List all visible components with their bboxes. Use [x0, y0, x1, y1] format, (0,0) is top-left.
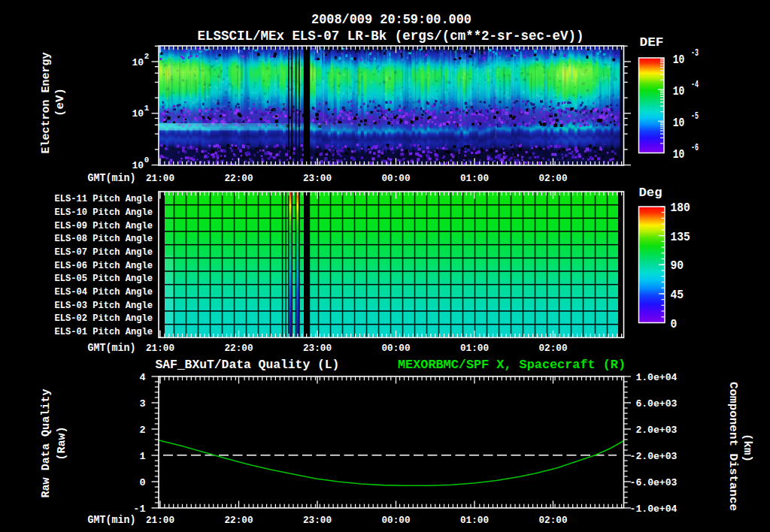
- svg-text:00:00: 00:00: [382, 343, 411, 354]
- svg-text:-1.0e+04: -1.0e+04: [630, 503, 678, 515]
- svg-text:ELS-04 Pitch Angle: ELS-04 Pitch Angle: [55, 286, 153, 298]
- svg-text:-6.0e+03: -6.0e+03: [630, 477, 678, 488]
- svg-text:0: 0: [139, 477, 145, 488]
- svg-text:02:00: 02:00: [539, 173, 568, 184]
- svg-text:ELS-10 Pitch Angle: ELS-10 Pitch Angle: [55, 207, 153, 218]
- svg-text:-4: -4: [691, 80, 699, 90]
- svg-text:ELS-05 Pitch Angle: ELS-05 Pitch Angle: [55, 273, 153, 284]
- svg-text:ELS-03 Pitch Angle: ELS-03 Pitch Angle: [55, 300, 153, 311]
- svg-text:23:00: 23:00: [303, 343, 332, 354]
- svg-text:ELS-01 Pitch Angle: ELS-01 Pitch Angle: [55, 326, 153, 337]
- svg-text:10: 10: [132, 57, 144, 68]
- svg-text:1: 1: [144, 104, 150, 113]
- svg-text:Component Distance: Component Distance: [726, 382, 739, 511]
- svg-text:-1: -1: [133, 503, 145, 515]
- svg-text:21:00: 21:00: [146, 343, 174, 354]
- svg-text:GMT(min): GMT(min): [88, 514, 136, 526]
- svg-text:22:00: 22:00: [225, 343, 253, 354]
- svg-text:ELS-06 Pitch Angle: ELS-06 Pitch Angle: [55, 260, 153, 271]
- svg-text:21:00: 21:00: [146, 515, 174, 526]
- svg-text:-3: -3: [691, 48, 699, 59]
- svg-text:2008/009 20:59:00.000: 2008/009 20:59:00.000: [311, 12, 471, 27]
- svg-text:Electron Energy: Electron Energy: [40, 53, 53, 154]
- svg-text:02:00: 02:00: [539, 515, 568, 526]
- svg-text:01:00: 01:00: [460, 343, 489, 354]
- svg-text:Raw Data Quality: Raw Data Quality: [40, 389, 53, 498]
- svg-text:ELS-09 Pitch Angle: ELS-09 Pitch Angle: [55, 220, 153, 231]
- svg-text:Deg: Deg: [639, 186, 662, 200]
- svg-text:01:00: 01:00: [460, 173, 489, 184]
- svg-text:2.0e+03: 2.0e+03: [635, 425, 677, 436]
- svg-text:0: 0: [144, 156, 150, 165]
- svg-text:ELS-11 Pitch Angle: ELS-11 Pitch Angle: [55, 193, 153, 204]
- svg-text:22:00: 22:00: [225, 173, 253, 184]
- svg-text:ELS-07 Pitch Angle: ELS-07 Pitch Angle: [55, 246, 153, 258]
- svg-text:(eV): (eV): [54, 88, 67, 116]
- svg-text:MEXORBMC/SPF X, Spacecraft (R): MEXORBMC/SPF X, Spacecraft (R): [398, 358, 626, 372]
- svg-text:ELSSCIL/MEx ELS-07 LR-Bk (erg: ELSSCIL/MEx ELS-07 LR-Bk (ergs/(cm**2-sr…: [198, 29, 584, 44]
- svg-text:10: 10: [673, 116, 685, 130]
- svg-text:135: 135: [671, 231, 690, 244]
- svg-text:-5: -5: [691, 111, 699, 122]
- svg-text:0: 0: [671, 318, 678, 331]
- svg-text:DEF: DEF: [640, 36, 664, 50]
- svg-text:01:00: 01:00: [460, 515, 489, 526]
- svg-text:1.0e+04: 1.0e+04: [635, 372, 677, 383]
- svg-text:(Raw): (Raw): [56, 427, 68, 461]
- svg-text:4: 4: [139, 372, 145, 383]
- svg-text:ELS-02 Pitch Angle: ELS-02 Pitch Angle: [55, 313, 153, 324]
- svg-text:GMT(min): GMT(min): [88, 172, 136, 184]
- svg-text:(km): (km): [741, 434, 753, 462]
- svg-text:ELS-08 Pitch Angle: ELS-08 Pitch Angle: [55, 233, 153, 244]
- svg-text:10: 10: [673, 148, 685, 162]
- svg-text:21:00: 21:00: [146, 173, 174, 184]
- svg-text:3: 3: [139, 398, 145, 410]
- svg-text:1: 1: [139, 451, 145, 462]
- svg-text:2: 2: [144, 52, 150, 61]
- svg-text:00:00: 00:00: [382, 515, 411, 526]
- svg-text:SAF_BXuT/Data Quality (L): SAF_BXuT/Data Quality (L): [155, 358, 339, 372]
- svg-text:-6: -6: [691, 143, 699, 153]
- svg-text:10: 10: [673, 53, 685, 67]
- svg-text:02:00: 02:00: [539, 343, 568, 354]
- svg-text:45: 45: [671, 289, 684, 302]
- svg-text:180: 180: [671, 201, 690, 215]
- svg-text:6.0e+03: 6.0e+03: [635, 398, 677, 410]
- svg-text:-2.0e+03: -2.0e+03: [630, 451, 678, 462]
- svg-text:2: 2: [139, 425, 145, 436]
- svg-text:10: 10: [132, 108, 144, 119]
- svg-text:10: 10: [673, 85, 685, 98]
- svg-text:23:00: 23:00: [303, 515, 332, 526]
- svg-text:22:00: 22:00: [225, 515, 253, 526]
- svg-text:GMT(min): GMT(min): [88, 342, 136, 354]
- svg-text:00:00: 00:00: [382, 173, 411, 184]
- svg-text:90: 90: [671, 259, 684, 273]
- svg-text:10: 10: [132, 160, 144, 171]
- svg-text:23:00: 23:00: [303, 173, 332, 184]
